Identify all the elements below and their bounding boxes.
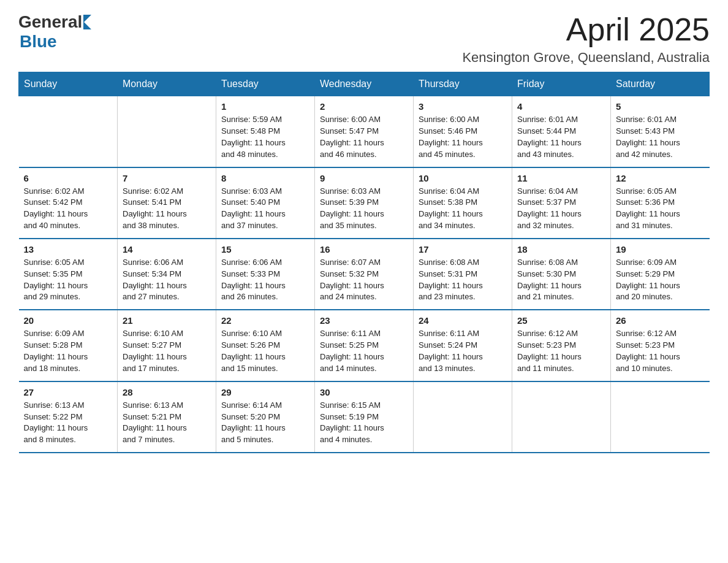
day-info: Sunrise: 6:08 AM Sunset: 5:30 PM Dayligh… — [517, 257, 605, 303]
calendar-cell — [414, 381, 512, 453]
header-tuesday: Tuesday — [216, 72, 315, 96]
day-info: Sunrise: 6:03 AM Sunset: 5:40 PM Dayligh… — [221, 186, 309, 232]
calendar-week-3: 13Sunrise: 6:05 AM Sunset: 5:35 PM Dayli… — [19, 239, 710, 310]
day-info: Sunrise: 6:10 AM Sunset: 5:26 PM Dayligh… — [221, 328, 309, 374]
day-number: 15 — [221, 244, 309, 255]
header-friday: Friday — [512, 72, 611, 96]
calendar-cell: 18Sunrise: 6:08 AM Sunset: 5:30 PM Dayli… — [512, 239, 611, 310]
calendar-cell: 6Sunrise: 6:02 AM Sunset: 5:42 PM Daylig… — [19, 167, 118, 239]
calendar-cell — [19, 96, 118, 167]
day-info: Sunrise: 6:15 AM Sunset: 5:19 PM Dayligh… — [320, 400, 408, 446]
header-monday: Monday — [118, 72, 216, 96]
day-info: Sunrise: 6:08 AM Sunset: 5:31 PM Dayligh… — [419, 257, 507, 303]
day-info: Sunrise: 6:13 AM Sunset: 5:21 PM Dayligh… — [123, 400, 211, 446]
header-wednesday: Wednesday — [315, 72, 414, 96]
page-header: General Blue April 2025 Kensington Grove… — [18, 12, 710, 66]
day-number: 24 — [419, 315, 507, 326]
day-number: 19 — [616, 244, 705, 255]
calendar-cell: 1Sunrise: 5:59 AM Sunset: 5:48 PM Daylig… — [216, 96, 315, 167]
day-info: Sunrise: 6:09 AM Sunset: 5:29 PM Dayligh… — [616, 257, 705, 303]
day-number: 14 — [123, 244, 211, 255]
day-number: 22 — [221, 315, 309, 326]
day-info: Sunrise: 6:02 AM Sunset: 5:41 PM Dayligh… — [123, 186, 211, 232]
calendar-cell: 9Sunrise: 6:03 AM Sunset: 5:39 PM Daylig… — [315, 167, 414, 239]
day-number: 29 — [221, 387, 309, 397]
day-number: 17 — [419, 244, 507, 255]
calendar-cell: 30Sunrise: 6:15 AM Sunset: 5:19 PM Dayli… — [315, 381, 414, 453]
day-number: 21 — [123, 315, 211, 326]
day-number: 9 — [320, 173, 408, 183]
calendar-cell: 22Sunrise: 6:10 AM Sunset: 5:26 PM Dayli… — [216, 310, 315, 381]
day-info: Sunrise: 6:11 AM Sunset: 5:24 PM Dayligh… — [419, 328, 507, 374]
logo-general-text: General — [18, 12, 82, 32]
day-info: Sunrise: 6:07 AM Sunset: 5:32 PM Dayligh… — [320, 257, 408, 303]
day-number: 5 — [616, 101, 705, 112]
calendar-cell: 2Sunrise: 6:00 AM Sunset: 5:47 PM Daylig… — [315, 96, 414, 167]
logo-blue-text: Blue — [20, 32, 57, 52]
calendar-week-5: 27Sunrise: 6:13 AM Sunset: 5:22 PM Dayli… — [19, 381, 710, 453]
calendar-cell: 28Sunrise: 6:13 AM Sunset: 5:21 PM Dayli… — [118, 381, 216, 453]
day-number: 2 — [320, 101, 408, 112]
day-info: Sunrise: 6:01 AM Sunset: 5:43 PM Dayligh… — [616, 114, 705, 160]
day-number: 23 — [320, 315, 408, 326]
day-info: Sunrise: 6:02 AM Sunset: 5:42 PM Dayligh… — [24, 186, 113, 232]
day-number: 11 — [517, 173, 605, 183]
day-number: 8 — [221, 173, 309, 183]
day-number: 18 — [517, 244, 605, 255]
day-number: 27 — [24, 387, 113, 397]
day-number: 30 — [320, 387, 408, 397]
calendar-week-4: 20Sunrise: 6:09 AM Sunset: 5:28 PM Dayli… — [19, 310, 710, 381]
calendar-cell: 10Sunrise: 6:04 AM Sunset: 5:38 PM Dayli… — [414, 167, 512, 239]
day-number: 12 — [616, 173, 705, 183]
day-number: 1 — [221, 101, 309, 112]
logo: General Blue — [18, 12, 91, 52]
calendar-cell: 26Sunrise: 6:12 AM Sunset: 5:23 PM Dayli… — [611, 310, 710, 381]
day-number: 25 — [517, 315, 605, 326]
day-info: Sunrise: 6:09 AM Sunset: 5:28 PM Dayligh… — [24, 328, 113, 374]
day-number: 10 — [419, 173, 507, 183]
header-thursday: Thursday — [414, 72, 512, 96]
day-number: 6 — [24, 173, 113, 183]
day-info: Sunrise: 6:12 AM Sunset: 5:23 PM Dayligh… — [616, 328, 705, 374]
calendar-cell: 11Sunrise: 6:04 AM Sunset: 5:37 PM Dayli… — [512, 167, 611, 239]
day-info: Sunrise: 6:14 AM Sunset: 5:20 PM Dayligh… — [221, 400, 309, 446]
calendar-cell: 5Sunrise: 6:01 AM Sunset: 5:43 PM Daylig… — [611, 96, 710, 167]
calendar-cell: 17Sunrise: 6:08 AM Sunset: 5:31 PM Dayli… — [414, 239, 512, 310]
calendar-cell: 3Sunrise: 6:00 AM Sunset: 5:46 PM Daylig… — [414, 96, 512, 167]
day-info: Sunrise: 6:03 AM Sunset: 5:39 PM Dayligh… — [320, 186, 408, 232]
calendar-cell: 23Sunrise: 6:11 AM Sunset: 5:25 PM Dayli… — [315, 310, 414, 381]
calendar-cell: 12Sunrise: 6:05 AM Sunset: 5:36 PM Dayli… — [611, 167, 710, 239]
day-info: Sunrise: 6:05 AM Sunset: 5:36 PM Dayligh… — [616, 186, 705, 232]
day-number: 7 — [123, 173, 211, 183]
day-info: Sunrise: 6:10 AM Sunset: 5:27 PM Dayligh… — [123, 328, 211, 374]
day-number: 13 — [24, 244, 113, 255]
calendar-table: SundayMondayTuesdayWednesdayThursdayFrid… — [18, 72, 710, 453]
day-number: 20 — [24, 315, 113, 326]
location-subtitle: Kensington Grove, Queensland, Australia — [462, 50, 710, 66]
day-info: Sunrise: 6:12 AM Sunset: 5:23 PM Dayligh… — [517, 328, 605, 374]
day-info: Sunrise: 6:06 AM Sunset: 5:33 PM Dayligh… — [221, 257, 309, 303]
calendar-cell: 20Sunrise: 6:09 AM Sunset: 5:28 PM Dayli… — [19, 310, 118, 381]
calendar-cell: 21Sunrise: 6:10 AM Sunset: 5:27 PM Dayli… — [118, 310, 216, 381]
day-info: Sunrise: 6:05 AM Sunset: 5:35 PM Dayligh… — [24, 257, 113, 303]
title-section: April 2025 Kensington Grove, Queensland,… — [462, 12, 710, 66]
day-info: Sunrise: 6:11 AM Sunset: 5:25 PM Dayligh… — [320, 328, 408, 374]
day-info: Sunrise: 6:06 AM Sunset: 5:34 PM Dayligh… — [123, 257, 211, 303]
calendar-cell: 14Sunrise: 6:06 AM Sunset: 5:34 PM Dayli… — [118, 239, 216, 310]
day-info: Sunrise: 6:00 AM Sunset: 5:47 PM Dayligh… — [320, 114, 408, 160]
calendar-cell: 15Sunrise: 6:06 AM Sunset: 5:33 PM Dayli… — [216, 239, 315, 310]
calendar-cell: 4Sunrise: 6:01 AM Sunset: 5:44 PM Daylig… — [512, 96, 611, 167]
day-info: Sunrise: 6:04 AM Sunset: 5:38 PM Dayligh… — [419, 186, 507, 232]
calendar-cell: 13Sunrise: 6:05 AM Sunset: 5:35 PM Dayli… — [19, 239, 118, 310]
calendar-cell: 25Sunrise: 6:12 AM Sunset: 5:23 PM Dayli… — [512, 310, 611, 381]
day-number: 16 — [320, 244, 408, 255]
calendar-cell: 27Sunrise: 6:13 AM Sunset: 5:22 PM Dayli… — [19, 381, 118, 453]
calendar-cell: 7Sunrise: 6:02 AM Sunset: 5:41 PM Daylig… — [118, 167, 216, 239]
calendar-week-1: 1Sunrise: 5:59 AM Sunset: 5:48 PM Daylig… — [19, 96, 710, 167]
calendar-cell: 16Sunrise: 6:07 AM Sunset: 5:32 PM Dayli… — [315, 239, 414, 310]
day-info: Sunrise: 6:01 AM Sunset: 5:44 PM Dayligh… — [517, 114, 605, 160]
calendar-cell: 19Sunrise: 6:09 AM Sunset: 5:29 PM Dayli… — [611, 239, 710, 310]
calendar-cell: 8Sunrise: 6:03 AM Sunset: 5:40 PM Daylig… — [216, 167, 315, 239]
calendar-header-row: SundayMondayTuesdayWednesdayThursdayFrid… — [19, 72, 710, 96]
calendar-cell: 24Sunrise: 6:11 AM Sunset: 5:24 PM Dayli… — [414, 310, 512, 381]
